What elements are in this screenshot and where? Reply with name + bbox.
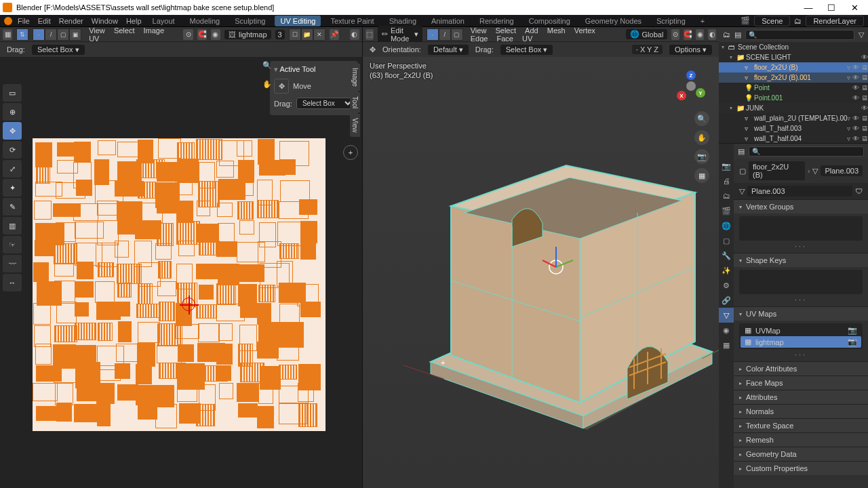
overlay-icon[interactable]: ◐	[350, 29, 359, 40]
tab-add[interactable]: +	[695, 16, 710, 26]
snap-button[interactable]: 🧲	[684, 29, 692, 40]
outliner-search[interactable]	[745, 30, 854, 40]
outliner-row[interactable]: ▿floor_2x2U (B)▿ 👁 🖥	[719, 62, 868, 73]
uv-menu-image[interactable]: Image	[144, 26, 165, 35]
uv-zoom-icon[interactable]: 🔍	[260, 61, 274, 75]
vp-menu-edge[interactable]: Edge	[471, 35, 488, 43]
tool-annotate[interactable]: ✎	[3, 198, 22, 216]
tab-modeling[interactable]: Modeling	[184, 16, 226, 26]
outliner-row[interactable]: 💡Point.001👁 🖥	[719, 93, 868, 103]
orientation-select[interactable]: 🌐 Global	[626, 29, 668, 39]
section-header-normals[interactable]: Normals	[734, 405, 868, 418]
tool-select-box[interactable]: ▭	[3, 84, 22, 102]
uv-view[interactable]: ▭ ⊕ ✥ ⟳ ⤢ ✦ ✎ ▥ ☞ 〰 ↔ + ▾ Active Tool ✥ …	[0, 57, 362, 488]
image-new-button[interactable]: ☐	[289, 28, 301, 41]
outliner-mode-icon[interactable]: ▤	[734, 30, 741, 39]
prop-edit-button[interactable]: ◉	[696, 29, 704, 40]
prop-tab-physics[interactable]: ⚙	[719, 278, 734, 293]
uv-tab-view[interactable]: View	[350, 114, 360, 137]
section-header-geometry-data[interactable]: Geometry Data	[734, 447, 868, 461]
prop-tab-material[interactable]: ◉	[719, 323, 734, 338]
sel-edge-button[interactable]: /	[439, 28, 451, 41]
uv-tab-image[interactable]: Image	[350, 64, 360, 91]
tab-animation[interactable]: Animation	[426, 16, 470, 26]
mode-selector[interactable]: ✏ Edit Mode ▾	[378, 26, 422, 43]
maximize-button[interactable]: ☐	[821, 1, 842, 14]
vp-menu-mesh[interactable]: Mesh	[547, 26, 566, 35]
menu-render[interactable]: Render	[59, 17, 83, 25]
tool-scale[interactable]: ⤢	[3, 160, 22, 178]
tab-shading[interactable]: Shading	[384, 16, 422, 26]
minimize-button[interactable]: —	[797, 1, 819, 14]
menu-edit[interactable]: Edit	[38, 17, 51, 25]
prop-tab-constraint[interactable]: 🔗	[719, 293, 734, 308]
uv-pan-icon[interactable]: ✋	[260, 80, 274, 94]
props-type-icon[interactable]: ▤	[738, 147, 745, 156]
orient-select[interactable]: Default ▾	[428, 45, 469, 55]
uv-menu-uv[interactable]: UV	[89, 35, 99, 43]
uv-tab-tool[interactable]: Tool	[350, 92, 360, 113]
outliner-row[interactable]: ▿wall_T_half.003▿ 👁 🖥	[719, 123, 868, 134]
tab-sculpting[interactable]: Sculpting	[229, 16, 271, 26]
layer-name-field[interactable]: RenderLayer	[806, 16, 864, 26]
prop-tab-scene[interactable]: 🎬	[719, 203, 734, 218]
axis-lock-xyz[interactable]: · X Y Z	[632, 45, 663, 54]
image-open-button[interactable]: 📁	[301, 28, 313, 41]
prop-tab-render[interactable]: 📷	[719, 159, 734, 174]
menu-window[interactable]: Window	[92, 17, 118, 25]
section-header-color-attributes[interactable]: Color Attributes	[734, 362, 868, 375]
snap-icon[interactable]: 🧲	[197, 29, 207, 40]
outliner-type-icon[interactable]: 🗂	[723, 30, 730, 39]
image-selector[interactable]: 🖼 lightmap	[224, 30, 271, 39]
prop-tab-modifier[interactable]: 🔧	[719, 248, 734, 263]
fake-user-button[interactable]: 🛡	[855, 187, 863, 195]
outliner-row[interactable]: ▾📁JUNK👁	[719, 103, 868, 113]
sel-face-button[interactable]: ▢	[451, 28, 463, 41]
viewport-3d[interactable]: User Perspective (63) floor_2x2U (B) X Y…	[363, 57, 719, 488]
vp-menu-face[interactable]: Face	[496, 35, 513, 43]
image-usercount[interactable]: 3	[275, 30, 285, 39]
outliner-filter-icon[interactable]: ▽	[859, 30, 864, 39]
vp-menu-add[interactable]: Add	[525, 26, 538, 35]
options-button[interactable]: Options ▾	[669, 45, 712, 55]
section-header-remesh[interactable]: Remesh	[734, 433, 868, 447]
prop-tab-particle[interactable]: ✨	[719, 263, 734, 278]
uvmap-item[interactable]: ▦UVMap📷	[741, 325, 861, 336]
section-header-texture-space[interactable]: Texture Space	[734, 419, 868, 432]
tool-drag-select[interactable]: Select Box	[296, 98, 354, 109]
tool-rip[interactable]: ▥	[3, 217, 22, 235]
uv-menu-select[interactable]: Select	[114, 26, 135, 35]
outliner-row[interactable]: ▿wall_plain_2U (TEMPLATE).003▿ 👁 🖥	[719, 113, 868, 123]
uv-drag-select[interactable]: Select Box ▾	[32, 45, 85, 55]
tool-relax[interactable]: 〰	[3, 255, 22, 272]
uv-editor-type-icon[interactable]: ▦	[3, 29, 12, 40]
uv-sync-button[interactable]: ⇅	[16, 28, 28, 41]
prop-tab-data[interactable]: ▽	[719, 308, 734, 323]
prop-tab-world[interactable]: 🌐	[719, 218, 734, 233]
section-header-face-maps[interactable]: Face Maps	[734, 376, 868, 390]
tab-rendering[interactable]: Rendering	[474, 16, 519, 26]
outliner-row[interactable]: ▾📁SCENE LIGHT👁	[719, 52, 868, 62]
pivot-button[interactable]: ⊙	[671, 29, 679, 40]
bc-data[interactable]: Plane.003	[821, 165, 863, 176]
tool-transform[interactable]: ✦	[3, 179, 22, 197]
prop-tab-viewlayer[interactable]: 🗂	[719, 188, 734, 203]
uvmap-item-active[interactable]: ▦lightmap📷	[741, 336, 861, 348]
bc-object[interactable]: floor_2x2U (B)	[749, 161, 805, 180]
uv-select-vert-button[interactable]: ·	[33, 28, 45, 41]
tab-compositing[interactable]: Compositing	[524, 16, 576, 26]
tab-geometry-nodes[interactable]: Geometry Nodes	[580, 16, 647, 26]
uv-select-island-button[interactable]: ▣	[69, 28, 81, 41]
outliner-row[interactable]: ▿floor_2x2U (B).001▿ 👁 🖥	[719, 73, 868, 83]
prop-tab-output[interactable]: 🖨	[719, 174, 734, 188]
prop-edit-icon[interactable]: ◉	[211, 29, 220, 40]
tool-grab[interactable]: ☞	[3, 236, 22, 253]
tab-scripting[interactable]: Scripting	[651, 16, 691, 26]
scene-name-field[interactable]: Scene	[754, 16, 790, 26]
camera-icon[interactable]: 📷	[848, 326, 857, 335]
prop-tab-texture[interactable]: ▦	[719, 338, 734, 352]
tab-layout[interactable]: Layout	[147, 16, 180, 26]
vp-menu-vertex[interactable]: Vertex	[574, 26, 595, 35]
section-header-vertex-groups[interactable]: Vertex Groups	[734, 200, 868, 214]
sel-vert-button[interactable]: ·	[427, 28, 439, 41]
